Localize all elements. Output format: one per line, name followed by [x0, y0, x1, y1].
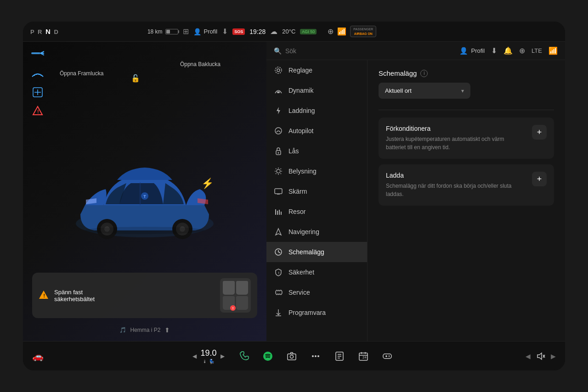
service-icon — [274, 288, 283, 297]
svg-rect-35 — [275, 189, 282, 194]
menu-item-laddning[interactable]: Laddning — [266, 101, 367, 121]
next-arrow[interactable]: ▶ — [551, 353, 556, 360]
temperature-control: ◀ 19.0 🌡 💺 ▶ — [192, 348, 224, 364]
svg-point-48 — [290, 355, 293, 358]
headlight-icon — [30, 49, 45, 62]
menu-label-autopilot: Autopilot — [288, 127, 313, 134]
laddning-icon — [274, 106, 283, 115]
battery-bar — [165, 29, 178, 34]
dropdown-arrow-icon: ▾ — [461, 88, 464, 94]
svg-line-33 — [281, 168, 281, 169]
menu-item-schemalägg[interactable]: Schemalägg — [266, 242, 367, 262]
profile-button[interactable]: 👤 Profil — [193, 28, 218, 35]
front-trunk-label[interactable]: Öppna Framlucka — [60, 69, 103, 78]
svg-point-18 — [85, 227, 204, 234]
ladda-add-button[interactable]: + — [532, 172, 547, 186]
profile-nav-button[interactable]: 👤 Profil — [459, 47, 485, 55]
calendar-app[interactable]: 24 — [355, 348, 372, 364]
svg-point-20 — [277, 69, 280, 72]
spotify-app[interactable] — [260, 348, 276, 364]
download-nav-icon: ⬇ — [491, 46, 497, 55]
search-area: 🔍 — [274, 47, 459, 55]
bluetooth-nav-icon: ⊕ — [519, 46, 525, 55]
volume-control — [536, 352, 545, 361]
svg-line-32 — [281, 174, 281, 174]
menu-item-sakerhet[interactable]: ! Säkerhet — [266, 262, 367, 282]
skarm-icon — [274, 187, 283, 196]
search-icon: 🔍 — [274, 47, 282, 55]
svg-text:T: T — [143, 194, 146, 199]
temp-up-arrow[interactable]: ▶ — [220, 353, 225, 359]
menu-item-las[interactable]: Lås — [266, 141, 367, 161]
status-bar-right: ⊕ 📶 PASSENGER AIRBAG ON — [328, 26, 376, 37]
more-app[interactable] — [307, 348, 324, 364]
menu-item-reglage[interactable]: Reglage — [266, 60, 367, 80]
menu-label-belysning: Belysning — [288, 168, 317, 175]
menu-item-navigering[interactable]: Navigering — [266, 222, 367, 242]
forkonditionera-text: Förkonditionera Justera kupétemperaturen… — [386, 125, 526, 151]
warning-triangle-icon: ! — [39, 290, 49, 300]
battery-km: 18 km — [147, 28, 178, 35]
temperature-value: 19.0 — [200, 348, 216, 358]
menu-item-skarm[interactable]: Skärm — [266, 181, 367, 202]
car-taskbar-icon[interactable]: 🚗 — [32, 351, 44, 362]
sos-badge[interactable]: SOS — [232, 28, 245, 35]
seatbelt-notification: ! Spänn fast säkerhetsbältet ! — [32, 273, 257, 318]
camera-icon: ⊞ — [183, 27, 189, 36]
autopilot-icon — [30, 67, 45, 80]
signal-icon: 📶 — [337, 27, 346, 36]
svg-point-21 — [275, 67, 282, 73]
taskbar: 🚗 ◀ 19.0 🌡 💺 ▶ — [23, 341, 565, 370]
airbag-indicator: PASSENGER AIRBAG ON — [350, 26, 376, 37]
svg-rect-0 — [31, 52, 40, 54]
menu-item-programvara[interactable]: Programvara — [266, 302, 367, 323]
warning-icon: ! — [30, 104, 45, 117]
menu-item-service[interactable]: Service — [266, 282, 367, 302]
forkonditionera-add-button[interactable]: + — [532, 125, 547, 140]
rear-trunk-label[interactable]: Öppna Baklucka — [180, 60, 220, 68]
menu-label-navigering: Navigering — [288, 228, 319, 235]
search-input[interactable] — [285, 47, 377, 55]
svg-point-25 — [278, 152, 279, 154]
menu-label-programvara: Programvara — [288, 309, 326, 316]
taskbar-apps: 24 — [236, 348, 396, 364]
left-panel: ! Öppna Framlucka Öppna Baklucka 🔓 — [23, 42, 266, 341]
prev-arrow[interactable]: ◀ — [526, 353, 531, 360]
svg-text:!: ! — [37, 109, 39, 114]
search-right-icons: 👤 Profil ⬇ 🔔 ⊕ LTE 📶 — [459, 46, 558, 55]
svg-point-26 — [277, 169, 280, 173]
settings-content: Reglage Dynamik Laddning — [266, 60, 565, 341]
menu-label-reglage: Reglage — [288, 67, 312, 74]
seatbelt-text: Spänn fast säkerhetsbältet — [54, 289, 95, 302]
traffic-icon — [30, 86, 45, 99]
download-icon: ⬇ — [222, 27, 228, 36]
menu-item-dynamik[interactable]: Dynamik — [266, 80, 367, 101]
camera-app[interactable] — [283, 348, 300, 364]
phone-app[interactable] — [236, 348, 252, 364]
temperature-display: 20°C — [282, 28, 295, 35]
autopilot-menu-icon — [274, 126, 283, 135]
volume-icon[interactable] — [536, 352, 545, 361]
car-image: T ⚡ — [67, 141, 223, 242]
forkonditionera-card: Förkonditionera Justera kupétemperaturen… — [379, 118, 554, 159]
location-dropdown[interactable]: Aktuell ort ▾ — [379, 83, 470, 99]
main-content: ! Öppna Framlucka Öppna Baklucka 🔓 — [23, 42, 565, 341]
taskbar-right: ◀ ▶ — [519, 352, 556, 361]
bell-icon: 🔔 — [503, 46, 513, 55]
game-app[interactable] — [379, 348, 396, 364]
svg-point-50 — [315, 355, 317, 357]
temp-down-arrow[interactable]: ◀ — [192, 353, 197, 359]
svg-rect-37 — [275, 209, 276, 215]
settings-menu: Reglage Dynamik Laddning — [266, 60, 368, 341]
menu-label-service: Service — [288, 289, 310, 296]
menu-item-resor[interactable]: Resor — [266, 202, 367, 222]
menu-item-autopilot[interactable]: Autopilot — [266, 121, 367, 141]
ladda-title: Ladda — [386, 172, 526, 179]
schema-title: Schemalägg i — [379, 69, 554, 77]
ladda-text: Ladda Schemalägg när ditt fordon ska bör… — [386, 172, 526, 198]
info-icon[interactable]: i — [420, 70, 428, 77]
menu-item-belysning[interactable]: Belysning — [266, 161, 367, 181]
bluetooth-icon: ⊕ — [328, 27, 334, 36]
notes-app[interactable] — [331, 348, 348, 364]
divider — [379, 110, 554, 110]
